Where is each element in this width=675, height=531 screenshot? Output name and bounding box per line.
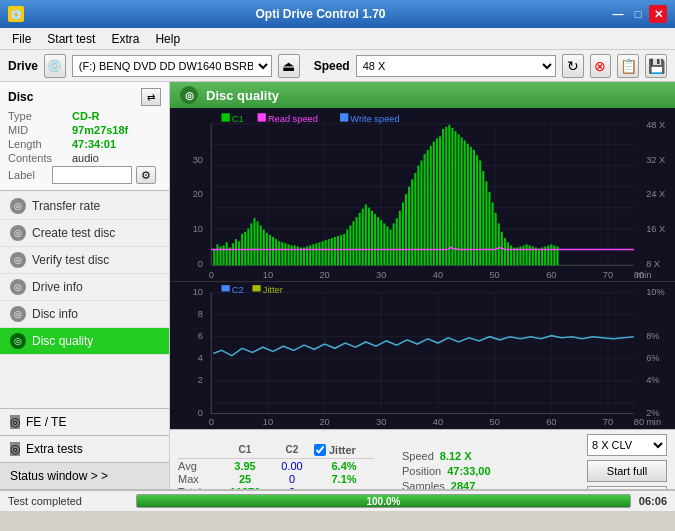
svg-text:48 X: 48 X	[646, 120, 666, 130]
menu-start-test[interactable]: Start test	[39, 30, 103, 48]
svg-text:50: 50	[489, 270, 499, 280]
disc-label-input[interactable]	[52, 166, 132, 184]
svg-rect-129	[482, 171, 484, 265]
sidebar-item-create-test-disc[interactable]: ◎ Create test disc	[0, 220, 169, 247]
disc-label-label: Label	[8, 169, 48, 181]
svg-rect-79	[328, 239, 330, 265]
disc-quality-icon-header: ◎	[180, 86, 198, 104]
svg-text:10: 10	[263, 417, 273, 427]
jitter-check[interactable]: Jitter	[314, 444, 374, 456]
svg-rect-101	[396, 218, 398, 265]
total-jitter	[314, 486, 374, 489]
copy-button[interactable]: 📋	[617, 54, 639, 78]
col-c2: C2	[272, 444, 312, 456]
svg-text:6%: 6%	[646, 353, 659, 363]
speed-position-samples: Speed 8.12 X Position 47:33,00 Samples 2…	[402, 450, 491, 489]
sidebar-item-extra-tests[interactable]: ◎ Extra tests	[0, 436, 169, 462]
sidebar-item-disc-info[interactable]: ◎ Disc info	[0, 301, 169, 328]
extra-tests-label: Extra tests	[26, 442, 83, 456]
col-empty	[178, 444, 218, 456]
svg-rect-43	[216, 244, 218, 265]
svg-rect-110	[424, 154, 426, 265]
svg-rect-103	[402, 202, 404, 265]
svg-text:C2: C2	[232, 284, 244, 294]
menubar: File Start test Extra Help	[0, 28, 675, 50]
progress-label: 100.0%	[366, 496, 400, 507]
speed-selector[interactable]: 48 X	[356, 55, 556, 77]
svg-rect-82	[337, 236, 339, 265]
svg-text:Write speed: Write speed	[350, 114, 399, 124]
svg-text:20: 20	[319, 270, 329, 280]
svg-rect-46	[226, 242, 228, 265]
svg-rect-97	[383, 223, 385, 265]
drive-label: Drive	[8, 59, 38, 73]
svg-rect-54	[250, 223, 252, 265]
svg-text:Read speed: Read speed	[268, 114, 318, 124]
jitter-checkbox[interactable]	[314, 444, 326, 456]
label-settings-icon[interactable]: ⚙	[136, 166, 156, 184]
samples-label: Samples	[402, 480, 445, 489]
sidebar-item-label: Drive info	[32, 280, 83, 294]
svg-rect-119	[451, 128, 453, 265]
svg-rect-49	[235, 239, 237, 265]
sidebar-item-drive-info[interactable]: ◎ Drive info	[0, 274, 169, 301]
svg-rect-115	[439, 136, 441, 265]
speed-label: Speed	[402, 450, 434, 462]
menu-help[interactable]: Help	[147, 30, 188, 48]
svg-rect-89	[359, 213, 361, 265]
drive-selector[interactable]: (F:) BENQ DVD DD DW1640 BSRB	[72, 55, 272, 77]
svg-rect-132	[492, 202, 494, 265]
save-button[interactable]: 💾	[645, 54, 667, 78]
clv-selector[interactable]: 8 X CLV	[587, 434, 667, 456]
disc-eject-button[interactable]: ⇄	[141, 88, 161, 106]
eject-button[interactable]: ⏏	[278, 54, 300, 78]
svg-rect-120	[454, 131, 456, 265]
svg-rect-138	[510, 245, 512, 265]
start-full-button[interactable]: Start full	[587, 460, 667, 482]
disc-info-icon: ◎	[10, 306, 26, 322]
sidebar-item-disc-quality[interactable]: ◎ Disc quality	[0, 328, 169, 355]
menu-file[interactable]: File	[4, 30, 39, 48]
disc-quality-header: ◎ Disc quality	[170, 82, 675, 108]
menu-extra[interactable]: Extra	[103, 30, 147, 48]
drivebar: Drive 💿 (F:) BENQ DVD DD DW1640 BSRB ⏏ S…	[0, 50, 675, 82]
svg-rect-45	[223, 245, 225, 265]
svg-text:0: 0	[198, 408, 203, 418]
progress-bar: 100.0%	[136, 494, 631, 508]
svg-rect-38	[258, 113, 266, 121]
status-window-button[interactable]: Status window > >	[0, 462, 169, 489]
sidebar-item-verify-test-disc[interactable]: ◎ Verify test disc	[0, 247, 169, 274]
sidebar-item-fe-te[interactable]: ◎ FE / TE	[0, 408, 169, 436]
svg-rect-107	[414, 173, 416, 265]
svg-rect-100	[393, 223, 395, 265]
svg-text:30: 30	[376, 270, 386, 280]
samples-value: 2847	[451, 480, 475, 489]
erase-button[interactable]: ⊗	[590, 54, 612, 78]
minimize-button[interactable]: —	[609, 5, 627, 23]
avg-c1: 3.95	[220, 460, 270, 472]
svg-rect-74	[312, 244, 314, 265]
svg-rect-85	[346, 230, 348, 266]
maximize-button[interactable]: □	[629, 5, 647, 23]
refresh-button[interactable]: ↻	[562, 54, 584, 78]
svg-rect-104	[405, 194, 407, 265]
svg-rect-151	[550, 244, 552, 265]
svg-rect-36	[222, 113, 230, 121]
svg-text:70: 70	[603, 417, 613, 427]
svg-rect-147	[538, 249, 540, 266]
jitter-label: Jitter	[329, 444, 356, 456]
svg-rect-154	[170, 282, 675, 429]
svg-text:0: 0	[198, 259, 203, 269]
start-part-button[interactable]: Start part	[587, 486, 667, 489]
svg-rect-137	[507, 242, 509, 265]
svg-text:16 X: 16 X	[646, 224, 666, 234]
svg-text:40: 40	[433, 417, 443, 427]
close-button[interactable]: ✕	[649, 5, 667, 23]
svg-rect-66	[287, 244, 289, 265]
svg-rect-90	[362, 209, 364, 266]
stats-table: C1 C2 Jitter Avg 3.95 0.00 6.4% Max 25	[178, 444, 374, 489]
fe-te-icon: ◎	[10, 415, 20, 429]
svg-rect-123	[464, 141, 466, 266]
sidebar-item-transfer-rate[interactable]: ◎ Transfer rate	[0, 193, 169, 220]
progress-bar-fill: 100.0%	[137, 495, 630, 507]
